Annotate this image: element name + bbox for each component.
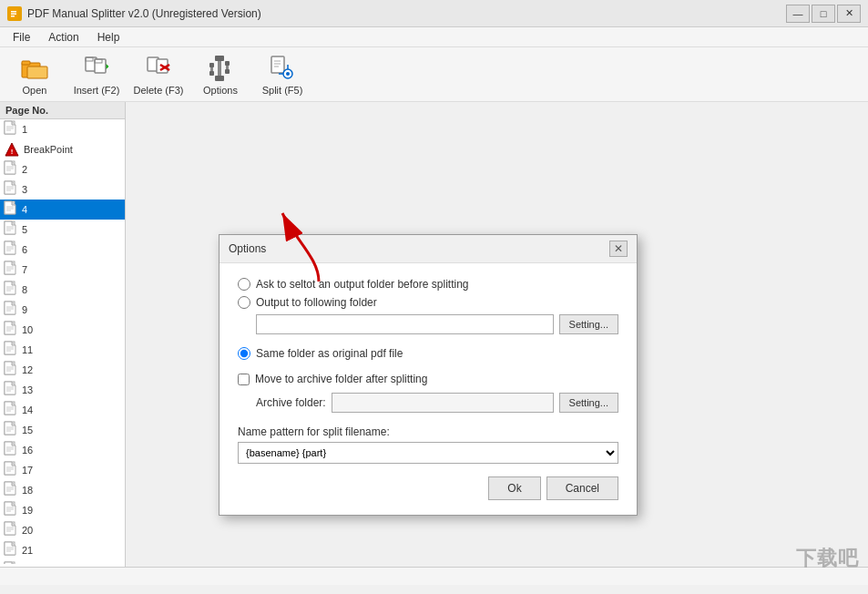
name-pattern-label: Name pattern for split filename: <box>238 425 618 438</box>
svg-rect-2 <box>11 13 16 15</box>
menu-action[interactable]: Action <box>39 29 87 46</box>
minimize-button[interactable]: — <box>786 5 810 23</box>
list-item[interactable]: 13 <box>0 380 125 400</box>
svg-rect-23 <box>225 69 230 74</box>
page-num: 11 <box>22 344 33 355</box>
open-icon <box>20 54 49 83</box>
menu-bar: File Action Help <box>0 27 868 47</box>
split-label: Split (F5) <box>262 85 303 96</box>
list-item[interactable]: 7 <box>0 260 125 280</box>
page-icon <box>4 220 18 239</box>
page-icon <box>4 301 18 319</box>
output-folder-label[interactable]: Output to following folder <box>256 296 377 309</box>
page-list-panel: Page No. 1 ! <box>0 102 126 567</box>
open-label: Open <box>23 85 47 96</box>
maximize-button[interactable]: □ <box>812 5 835 23</box>
options-dialog: Options ✕ Ask to seltot an output folder… <box>219 234 638 516</box>
page-num: 20 <box>22 525 33 536</box>
page-icon <box>4 241 18 259</box>
page-list-scroll[interactable]: 1 ! BreakPoint <box>0 119 125 564</box>
output-folder-radio[interactable] <box>238 296 250 309</box>
list-item[interactable]: 6 <box>0 240 125 260</box>
list-item[interactable]: 10 <box>0 320 125 340</box>
list-item[interactable]: 15 <box>0 420 125 440</box>
list-item[interactable]: 4 <box>0 200 125 220</box>
toolbar-insert-button[interactable]: Insert (F2) <box>69 51 124 98</box>
list-item[interactable]: 14 <box>0 400 125 420</box>
list-item[interactable]: 12 <box>0 360 125 380</box>
cancel-button[interactable]: Cancel <box>546 476 618 500</box>
list-item[interactable]: ! BreakPoint <box>0 139 125 159</box>
toolbar-delete-button[interactable]: Delete (F3) <box>131 51 186 98</box>
archive-section: Move to archive folder after splitting A… <box>238 373 618 413</box>
page-num: 16 <box>22 445 33 456</box>
page-icon <box>4 361 18 379</box>
title-bar: PDF Manual Splitter v2.0 (Unregistered V… <box>0 0 868 27</box>
status-bar <box>0 567 868 585</box>
name-pattern-select[interactable]: {basename} {part} <box>238 442 618 464</box>
options-label: Options <box>203 85 238 96</box>
list-item[interactable]: 3 <box>0 179 125 200</box>
svg-rect-1 <box>11 11 16 13</box>
close-button[interactable]: ✕ <box>837 5 861 23</box>
archive-checkbox-row: Move to archive folder after splitting <box>238 373 618 385</box>
archive-input-row: Archive folder: Setting... <box>256 393 618 413</box>
delete-icon <box>144 54 173 83</box>
list-item[interactable]: 22 <box>0 560 125 564</box>
app-icon <box>7 6 22 21</box>
page-icon <box>4 200 18 219</box>
name-pattern-section: Name pattern for split filename: {basena… <box>238 425 618 464</box>
folder-setting-button[interactable]: Setting... <box>559 314 618 334</box>
page-icon <box>4 441 18 459</box>
list-item[interactable]: 5 <box>0 220 125 240</box>
page-icon <box>4 160 18 179</box>
list-item[interactable]: 17 <box>0 460 125 480</box>
dialog-title-bar: Options ✕ <box>220 235 637 263</box>
page-icon <box>4 261 18 279</box>
dialog-close-button[interactable]: ✕ <box>609 241 628 257</box>
menu-file[interactable]: File <box>4 29 39 46</box>
page-num: 18 <box>22 485 33 496</box>
page-num: 12 <box>22 364 33 375</box>
list-item[interactable]: 1 <box>0 119 125 139</box>
page-icon <box>4 120 18 138</box>
toolbar-split-button[interactable]: Split (F5) <box>255 51 310 98</box>
svg-rect-24 <box>271 56 284 73</box>
list-item[interactable]: 2 <box>0 159 125 179</box>
same-folder-row: Same folder as original pdf file <box>238 347 618 360</box>
folder-input[interactable] <box>256 314 554 334</box>
ask-folder-label[interactable]: Ask to seltot an output folder before sp… <box>256 278 468 291</box>
dialog-body: Ask to seltot an output folder before sp… <box>220 263 637 515</box>
list-item[interactable]: 18 <box>0 480 125 500</box>
list-item[interactable]: 21 <box>0 540 125 560</box>
ask-folder-radio[interactable] <box>238 278 250 291</box>
list-item[interactable]: 11 <box>0 340 125 360</box>
page-num: 17 <box>22 465 33 476</box>
list-item[interactable]: 8 <box>0 280 125 300</box>
page-icon <box>4 180 18 199</box>
svg-rect-5 <box>22 61 30 65</box>
page-icon <box>4 481 18 499</box>
list-item[interactable]: 16 <box>0 440 125 460</box>
breakpoint-icon: ! <box>4 141 20 158</box>
list-item[interactable]: 19 <box>0 500 125 520</box>
archive-checkbox[interactable] <box>238 374 250 385</box>
svg-text:!: ! <box>11 148 14 156</box>
toolbar-open-button[interactable]: Open <box>7 51 62 98</box>
list-item[interactable]: 20 <box>0 520 125 540</box>
menu-help[interactable]: Help <box>88 29 129 46</box>
output-folder-row: Output to following folder <box>238 296 618 309</box>
archive-checkbox-label[interactable]: Move to archive folder after splitting <box>255 373 427 385</box>
ok-button[interactable]: Ok <box>488 476 540 500</box>
window-controls: — □ ✕ <box>786 5 861 23</box>
page-num: 3 <box>22 184 27 195</box>
archive-setting-button[interactable]: Setting... <box>559 393 618 413</box>
ask-folder-row: Ask to seltot an output folder before sp… <box>238 278 618 291</box>
toolbar-options-button[interactable]: Options <box>193 51 248 98</box>
page-num: 19 <box>22 505 33 516</box>
list-item[interactable]: 9 <box>0 300 125 320</box>
archive-input[interactable] <box>332 393 554 413</box>
same-folder-label[interactable]: Same folder as original pdf file <box>256 347 403 360</box>
same-folder-radio[interactable] <box>238 347 250 360</box>
dialog-title: Options <box>229 242 266 255</box>
